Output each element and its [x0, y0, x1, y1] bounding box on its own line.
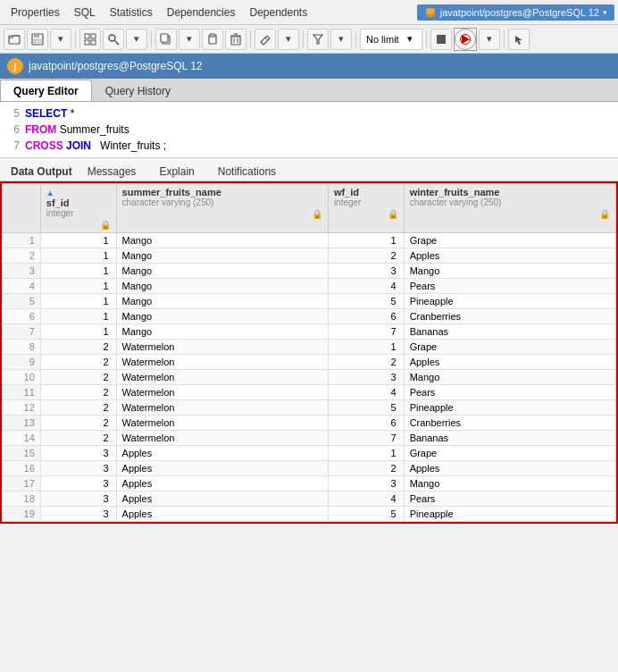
menu-dependents[interactable]: Dependents [242, 3, 314, 22]
cursor-btn[interactable] [508, 29, 530, 50]
col-header-winter-fruits-name[interactable]: winter_fruits_name character varying (25… [404, 184, 615, 233]
paste-btn[interactable] [202, 29, 223, 50]
copy-dropdown-btn[interactable]: ▾ [179, 29, 200, 50]
delete-btn[interactable] [225, 29, 246, 50]
run-btn-outer[interactable] [454, 28, 477, 51]
save-file-btn[interactable] [27, 29, 48, 50]
sql-content-7: CROSS JOIN Winter_fruits ; [25, 138, 166, 154]
table-cell: Watermelon [116, 370, 328, 385]
row-number: 1 [3, 233, 41, 248]
grid-btn[interactable] [79, 29, 101, 50]
table-cell: 1 [40, 294, 116, 309]
table-cell: Watermelon [116, 385, 328, 400]
copy-btn[interactable] [155, 29, 177, 50]
open-file-btn[interactable] [4, 29, 25, 50]
col-type-wf-id: integer [334, 197, 398, 207]
line-num-5: 5 [0, 105, 25, 122]
cursor-icon [514, 34, 524, 45]
table-row: 41Mango4Pears [3, 279, 616, 294]
col-name-sf-id: sf_id [46, 197, 111, 208]
data-table: ▲ sf_id integer 🔒 summer_fruits_name cha… [2, 183, 616, 522]
limit-dropdown[interactable]: No limit ▾ [360, 29, 422, 50]
table-row: 142Watermelon7Bananas [3, 431, 616, 446]
table-row: 163Apples2Apples [3, 461, 616, 476]
sql-editor[interactable]: 5 SELECT * 6 FROM Summer_fruits 7 CROSS … [0, 102, 618, 158]
table-row: 82Watermelon1Grape [3, 340, 616, 355]
row-number: 2 [3, 248, 41, 264]
grid-icon [84, 33, 96, 46]
col-name-wf-id: wf_id [334, 187, 398, 197]
tab-query-history[interactable]: Query History [92, 80, 184, 101]
table-cell: Watermelon [116, 400, 328, 416]
data-table-wrapper: ▲ sf_id integer 🔒 summer_fruits_name cha… [0, 181, 618, 524]
table-cell: 1 [40, 264, 116, 279]
sql-content-5: SELECT * [25, 105, 74, 122]
table-cell: Cranberries [404, 309, 615, 324]
tab-query-editor[interactable]: Query Editor [0, 80, 92, 101]
connection-bar: j javatpoint/postgres@PostgreSQL 12 [0, 54, 618, 79]
table-row: 132Watermelon6Cranberries [3, 416, 616, 431]
table-body: 11Mango1Grape21Mango2Apples31Mango3Mango… [3, 233, 616, 522]
lock-summer: 🔒 [312, 209, 322, 219]
row-number: 6 [3, 309, 41, 324]
svg-rect-4 [34, 39, 41, 43]
stop-icon [436, 34, 447, 45]
col-header-summer-fruits-name[interactable]: summer_fruits_name character varying (25… [116, 184, 328, 233]
sep5 [355, 30, 356, 48]
kw-join: JOIN [66, 139, 91, 152]
search-btn[interactable] [103, 29, 124, 50]
line-num-7: 7 [0, 138, 25, 154]
table-cell: 1 [40, 309, 116, 324]
table-cell: 3 [328, 476, 404, 491]
col-header-sf-id[interactable]: ▲ sf_id integer 🔒 [40, 184, 116, 233]
kw-select: SELECT [25, 107, 67, 120]
table-cell: Mango [116, 233, 328, 248]
table-cell: Watermelon [116, 416, 328, 431]
lock-wf-id: 🔒 [388, 209, 398, 219]
search-dropdown-btn[interactable]: ▾ [126, 29, 147, 50]
table-cell: 2 [40, 400, 116, 416]
run-dropdown-btn[interactable]: ▾ [479, 29, 500, 50]
save-dropdown-btn[interactable]: ▾ [50, 29, 71, 50]
row-number: 17 [3, 476, 41, 491]
row-num-header [3, 184, 41, 233]
sql-line-5: 5 SELECT * [0, 105, 618, 122]
table-cell: 3 [40, 476, 116, 491]
stop-btn[interactable] [430, 29, 452, 50]
row-number: 14 [3, 431, 41, 446]
table-cell: Mango [404, 370, 615, 385]
table-cell: 2 [40, 385, 116, 400]
table-cell: Grape [404, 340, 615, 355]
tab-explain[interactable]: Explain [147, 162, 205, 181]
table-row: 11Mango1Grape [3, 233, 616, 248]
delete-icon [230, 33, 242, 46]
menu-dependencies[interactable]: Dependencies [160, 3, 243, 22]
table-cell: 1 [328, 233, 404, 248]
paste-icon [206, 33, 219, 46]
table-cell: Apples [404, 461, 615, 476]
connection-dropdown-icon[interactable]: ▾ [603, 8, 607, 17]
sql-content-6: FROM Summer_fruits [25, 122, 129, 138]
run-btn[interactable] [455, 29, 476, 50]
table-cell: 2 [40, 340, 116, 355]
edit-dropdown-btn[interactable] [255, 29, 276, 50]
menu-sql[interactable]: SQL [67, 3, 103, 22]
filter-dropdown-btn[interactable]: ▾ [330, 29, 352, 50]
edit-btn2[interactable]: ▾ [278, 29, 299, 50]
svg-rect-7 [85, 40, 89, 45]
row-number: 8 [3, 340, 41, 355]
tab-notifications[interactable]: Notifications [206, 162, 288, 181]
svg-rect-5 [85, 34, 89, 38]
table-cell: Apples [404, 248, 615, 264]
menu-properties[interactable]: Properties [4, 3, 67, 22]
table-cell: 6 [328, 309, 404, 324]
col-header-wf-id[interactable]: wf_id integer 🔒 [328, 184, 404, 233]
tab-messages[interactable]: Messages [76, 162, 148, 181]
table-cell: Apples [116, 446, 328, 461]
menu-statistics[interactable]: Statistics [103, 3, 160, 22]
connection-tab[interactable]: javatpoint/postgres@PostgreSQL 12 ▾ [417, 4, 614, 21]
row-number: 4 [3, 279, 41, 294]
filter-btn[interactable] [307, 29, 329, 50]
row-number: 15 [3, 446, 41, 461]
sep2 [151, 30, 152, 48]
